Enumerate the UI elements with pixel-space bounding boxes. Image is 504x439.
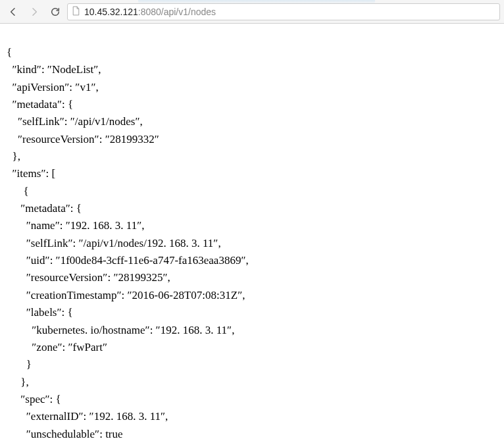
response-body: { ″kind″: ″NodeList″, ″apiVersion″: ″v1″… [0, 35, 504, 439]
back-button[interactable] [4, 3, 22, 21]
arrow-right-icon [29, 7, 39, 17]
url-text: 10.45.32.121:8080/api/v1/nodes [84, 7, 216, 17]
page-icon [72, 6, 80, 18]
url-rest: :8080/api/v1/nodes [138, 7, 216, 17]
url-host: 10.45.32.121 [84, 7, 138, 17]
forward-button[interactable] [25, 3, 43, 21]
reload-button[interactable] [46, 3, 64, 21]
tab-hint [138, 0, 375, 4]
reload-icon [50, 7, 61, 17]
arrow-left-icon [8, 7, 18, 17]
address-bar[interactable]: 10.45.32.121:8080/api/v1/nodes [67, 3, 500, 20]
